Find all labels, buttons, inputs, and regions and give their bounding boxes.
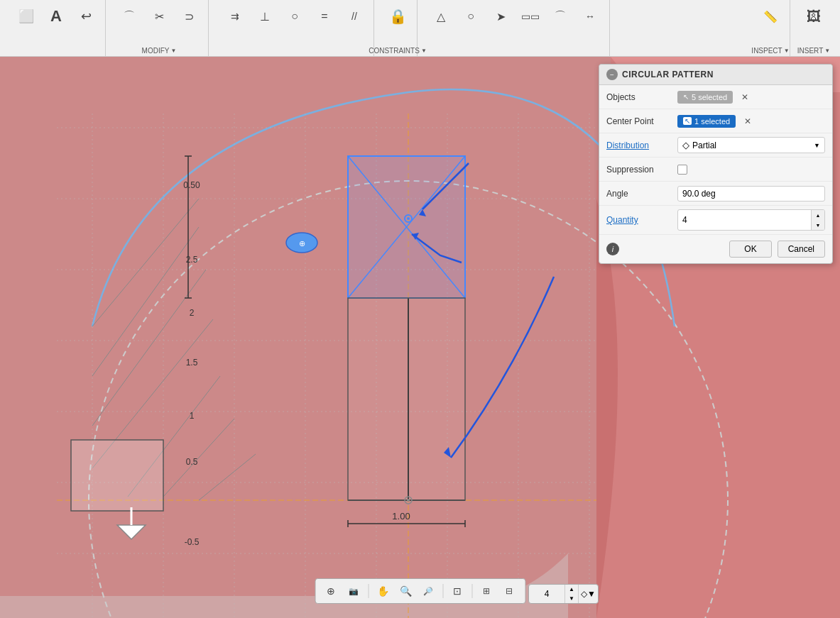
objects-selected-button[interactable]: ↖ 5 selected (677, 91, 733, 104)
snap-mode-button[interactable]: 📷 (344, 582, 364, 600)
curve-tool-button[interactable]: ⌒ (547, 3, 574, 30)
svg-text:0.50: 0.50 (183, 180, 200, 190)
ruler-button[interactable]: 📏 (757, 3, 784, 30)
cancel-button[interactable]: Cancel (778, 241, 825, 258)
ok-button[interactable]: OK (729, 241, 771, 258)
bottom-quantity-up[interactable]: ▲ (565, 585, 578, 594)
undo-tool-button[interactable]: ↩ (72, 3, 99, 30)
tool-group-inspect: 📏 INSPECT ▼ (751, 0, 790, 56)
angle-label: Angle (606, 189, 677, 199)
arrow-tool-button[interactable]: ➤ (487, 3, 514, 30)
modify-dropdown-arrow: ▼ (170, 48, 176, 54)
tool-group-insert: 🖼 INSERT ▼ (795, 0, 833, 56)
modify-label[interactable]: MODIFY ▼ (142, 47, 177, 55)
tool-group-modify: ⌒ ✂ ⊃ MODIFY ▼ (110, 0, 209, 56)
quantity-input[interactable] (678, 213, 811, 227)
distribution-dropdown[interactable]: ◇ Partial ▼ (677, 137, 825, 153)
angle-value (677, 186, 825, 202)
equal-tool-button[interactable]: = (311, 3, 338, 30)
toolbar-divider-3 (471, 584, 472, 598)
extend-tool-button[interactable]: ⊃ (175, 3, 202, 30)
svg-marker-56 (117, 525, 146, 539)
svg-point-49 (405, 497, 412, 504)
distribution-value: ◇ Partial ▼ (677, 137, 825, 153)
grid2-button[interactable]: ⊟ (499, 582, 519, 600)
svg-line-20 (92, 227, 199, 376)
bottom-quantity-down[interactable]: ▼ (565, 594, 578, 603)
center-point-row: Center Point ↖ 1 selected ✕ (599, 109, 832, 133)
offset-tool-button[interactable]: // (341, 3, 368, 30)
distribution-dropdown-arrow: ▼ (814, 142, 820, 149)
tool-group-basic: ⬜ A ↩ (7, 0, 106, 56)
tool-group-constraints: 🔒 CONSTRAINTS ▼ (378, 0, 418, 56)
circle-tool-button[interactable]: ○ (281, 3, 308, 30)
circle2-tool-button[interactable]: ○ (457, 3, 484, 30)
angle-input[interactable] (677, 186, 825, 202)
insert-label[interactable]: INSERT ▼ (797, 47, 830, 55)
svg-line-21 (92, 270, 206, 426)
rect2-tool-button[interactable]: ▭▭ (517, 3, 544, 30)
bottom-quantity-input[interactable] (529, 585, 564, 603)
svg-marker-54 (412, 233, 419, 240)
panel-collapse-button[interactable]: − (606, 69, 618, 80)
objects-label: Objects (606, 92, 677, 102)
svg-marker-55 (444, 447, 451, 458)
quantity-down-button[interactable]: ▼ (812, 220, 824, 230)
rect-tool-button[interactable]: ⬜ (13, 3, 40, 30)
suppression-row: Suppression (599, 158, 832, 182)
pattern-type-button[interactable]: ◇▼ (578, 585, 598, 603)
vertical-tool-button[interactable]: ⊥ (251, 3, 278, 30)
info-button[interactable]: i (606, 243, 619, 255)
coincident-tool-button[interactable]: ⇉ (222, 3, 249, 30)
triangle-tool-button[interactable]: △ (427, 3, 454, 30)
tool-group-constraints-tools: ⇉ ⊥ ○ = // (216, 0, 374, 56)
quantity-label[interactable]: Quantity (606, 215, 677, 225)
distribution-label[interactable]: Distribution (606, 140, 677, 150)
objects-clear-button[interactable]: ✕ (738, 91, 751, 104)
grid-button[interactable]: ⊞ (476, 582, 496, 600)
tool-group-more-constraints: △ ○ ➤ ▭▭ ⌒ ↔ (422, 0, 610, 56)
circular-pattern-panel: − CIRCULAR PATTERN Objects ↖ 5 selected … (599, 64, 833, 264)
canvas-area[interactable]: 1.00 0.50 2.5 2 1.5 1 0.5 -0.5 ⊕ (0, 57, 840, 618)
svg-line-23 (128, 376, 220, 497)
lock-button[interactable]: 🔒 (384, 3, 411, 30)
insert-image-button[interactable]: 🖼 (800, 3, 827, 30)
svg-point-47 (405, 215, 412, 222)
svg-text:⊕: ⊕ (299, 239, 305, 248)
svg-marker-53 (419, 209, 426, 216)
objects-row: Objects ↖ 5 selected ✕ (599, 85, 832, 109)
suppression-checkbox[interactable] (677, 165, 687, 175)
svg-line-27 (348, 156, 465, 298)
quantity-spinners: ▲ ▼ (811, 210, 824, 230)
svg-point-51 (286, 233, 317, 253)
bottom-quantity-spinners: ▲ ▼ (564, 585, 578, 603)
toolbar-divider-2 (442, 584, 443, 598)
center-point-selected-button[interactable]: ↖ 1 selected (677, 115, 736, 128)
svg-text:2: 2 (190, 308, 195, 318)
panel-footer: i OK Cancel (599, 235, 832, 263)
fit-screen-button[interactable]: ⊡ (447, 582, 467, 600)
objects-value: ↖ 5 selected ✕ (677, 91, 825, 104)
center-point-clear-button[interactable]: ✕ (741, 115, 754, 128)
quantity-input-wrap: ▲ ▼ (677, 209, 825, 231)
angle-row: Angle (599, 182, 832, 206)
svg-text:1.5: 1.5 (186, 358, 198, 368)
arrows-tool-button[interactable]: ↔ (577, 3, 604, 30)
fillet-tool-button[interactable]: ⌒ (116, 3, 143, 30)
zoom-in-button[interactable]: 🔍 (396, 582, 415, 600)
quantity-up-button[interactable]: ▲ (812, 210, 824, 220)
snap-cursor-button[interactable]: ⊕ (321, 582, 341, 600)
text-tool-button[interactable]: A (43, 3, 70, 30)
zoom-out-button[interactable]: 🔎 (418, 582, 438, 600)
inspect-label[interactable]: INSPECT ▼ (751, 47, 789, 55)
suppression-label: Suppression (606, 165, 677, 175)
hand-tool-button[interactable]: ✋ (373, 582, 393, 600)
constraints-label[interactable]: CONSTRAINTS ▼ (369, 47, 427, 55)
svg-rect-31 (348, 298, 465, 500)
svg-line-24 (163, 419, 234, 497)
inspect-dropdown-arrow: ▼ (784, 48, 790, 54)
svg-line-25 (199, 454, 256, 500)
distribution-row: Distribution ◇ Partial ▼ (599, 133, 832, 158)
panel-title: CIRCULAR PATTERN (622, 70, 714, 79)
scissors-tool-button[interactable]: ✂ (146, 3, 173, 30)
